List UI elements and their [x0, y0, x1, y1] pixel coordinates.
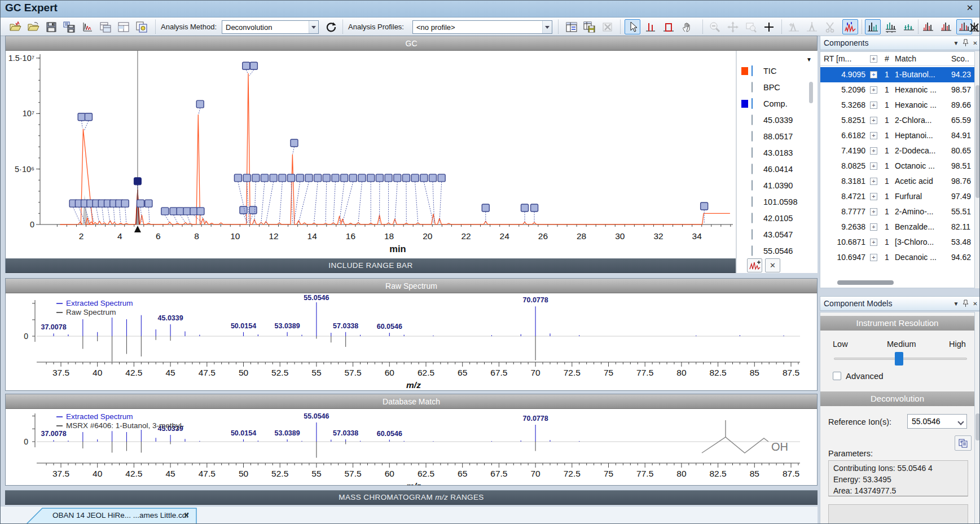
- component-marker[interactable]: [161, 208, 169, 215]
- expand-icon[interactable]: +: [870, 132, 877, 139]
- component-marker[interactable]: [701, 202, 708, 210]
- component-marker[interactable]: [349, 174, 357, 182]
- col-score[interactable]: Sco..: [951, 54, 969, 63]
- col-expand-icon[interactable]: +: [870, 55, 877, 63]
- mirror-spectrum-button[interactable]: [920, 19, 936, 34]
- component-marker[interactable]: [376, 174, 383, 182]
- component-marker[interactable]: [252, 174, 260, 182]
- legend-item-43-0547[interactable]: 43.0547: [737, 229, 809, 240]
- component-row-10.6947[interactable]: 10.6947+1Decanoic ...94.62: [820, 250, 974, 265]
- component-marker[interactable]: [250, 62, 257, 69]
- component-marker[interactable]: [196, 100, 204, 108]
- component-marker[interactable]: [420, 174, 428, 182]
- component-marker[interactable]: [402, 174, 410, 182]
- component-marker[interactable]: [243, 62, 250, 69]
- legend-scrollbar[interactable]: [809, 82, 813, 103]
- advanced-checkbox[interactable]: [833, 372, 841, 380]
- split-windows-button[interactable]: [116, 19, 131, 34]
- crosshair-button[interactable]: [761, 19, 777, 34]
- resolution-slider-thumb[interactable]: [895, 352, 903, 366]
- save-all-button[interactable]: [61, 19, 77, 34]
- component-row-4.9095[interactable]: 4.9095+11-Butanol...94.23: [820, 67, 974, 82]
- legend-item-Comp-[interactable]: Comp.: [737, 98, 809, 109]
- component-marker[interactable]: [249, 206, 257, 214]
- legend-item-41-0390[interactable]: 41.0390: [737, 180, 809, 191]
- col-num[interactable]: #: [885, 54, 889, 63]
- analysis-profiles-combobox[interactable]: <no profile>: [412, 20, 552, 34]
- component-marker[interactable]: [121, 200, 129, 207]
- component-marker[interactable]: [341, 174, 348, 182]
- col-rt[interactable]: RT [m...: [824, 54, 851, 63]
- expand-icon[interactable]: +: [870, 239, 877, 246]
- clear-spectra-button[interactable]: [966, 19, 980, 34]
- component-marker[interactable]: [332, 174, 339, 182]
- component-marker[interactable]: [358, 174, 366, 182]
- legend-checkbox[interactable]: [752, 164, 753, 174]
- gc-panel-header[interactable]: GC: [6, 36, 817, 51]
- reference-ions-combobox[interactable]: 55.0546: [907, 414, 967, 429]
- legend-checkbox[interactable]: [752, 82, 753, 93]
- gc-chromatogram-plot[interactable]: 05·10⁶10⁷1.5·10⁷246810121416182022242628…: [6, 51, 736, 258]
- chevron-down-icon[interactable]: [955, 417, 966, 426]
- include-range-bar[interactable]: INCLUDE RANGE BAR: [6, 258, 736, 273]
- col-match[interactable]: Match: [895, 54, 916, 63]
- pin-icon[interactable]: [961, 39, 970, 47]
- component-marker[interactable]: [243, 174, 251, 182]
- component-row-8.0825[interactable]: 8.0825+1Octanoic ...98.51: [820, 158, 974, 174]
- legend-item-BPC[interactable]: BPC: [737, 82, 809, 93]
- legend-checkbox[interactable]: [752, 147, 753, 158]
- components-hscrollbar[interactable]: [837, 280, 894, 285]
- legend-checkbox[interactable]: [752, 196, 753, 207]
- expand-icon[interactable]: +: [870, 193, 877, 200]
- legend-item-TIC[interactable]: TIC: [737, 65, 809, 77]
- component-marker[interactable]: [429, 174, 437, 182]
- component-row-7.4190[interactable]: 7.4190+12-Dodeca...80.65: [820, 143, 974, 158]
- component-marker[interactable]: [314, 174, 322, 182]
- expand-icon[interactable]: +: [870, 223, 877, 231]
- component-row-5.8251[interactable]: 5.8251+12-Chlora...65.59: [820, 113, 974, 128]
- expand-icon[interactable]: +: [870, 147, 877, 155]
- expand-icon[interactable]: +: [870, 117, 877, 124]
- peak-drop-button[interactable]: [804, 19, 820, 34]
- expand-icon[interactable]: +: [870, 102, 877, 109]
- expand-icon[interactable]: +: [870, 178, 877, 185]
- selected-component-marker[interactable]: [134, 178, 141, 185]
- table-view-button[interactable]: [564, 19, 579, 34]
- component-marker[interactable]: [270, 174, 277, 182]
- legend-item-46-0414[interactable]: 46.0414: [737, 164, 809, 175]
- component-row-8.7777[interactable]: 8.7777+12-Amino-...55.51: [820, 204, 974, 219]
- component-marker[interactable]: [234, 174, 241, 182]
- component-row-9.2638[interactable]: 9.2638+1Benzalde...82.11: [820, 219, 974, 235]
- spectrum-ticks-button[interactable]: [901, 19, 917, 34]
- models-vscroll-thumb[interactable]: [975, 413, 980, 441]
- component-row-8.4721[interactable]: 8.4721+1Furfural97.49: [820, 189, 974, 204]
- tab-document[interactable]: OBAN 14 JEOL HiRe... ...ames Little.cdf …: [25, 508, 197, 524]
- remove-mass-chromatogram-button[interactable]: ✕: [765, 258, 780, 272]
- zoom-out-button[interactable]: [707, 19, 723, 34]
- component-row-5.3268[interactable]: 5.3268+1Hexanoic ...89.66: [820, 98, 974, 113]
- chevron-down-icon[interactable]: [309, 21, 318, 33]
- component-marker[interactable]: [482, 204, 489, 212]
- legend-collapse-icon[interactable]: ▼: [806, 56, 812, 63]
- component-row-6.6182[interactable]: 6.6182+1Heptanoi...84.91: [820, 128, 974, 143]
- table-clear-button[interactable]: [600, 19, 616, 34]
- open-file-button[interactable]: [25, 19, 41, 34]
- component-marker[interactable]: [521, 204, 529, 212]
- chevron-down-icon[interactable]: [542, 21, 552, 33]
- component-marker[interactable]: [296, 174, 304, 182]
- analysis-method-combobox[interactable]: Deconvolution: [222, 20, 319, 34]
- legend-item-101-0598[interactable]: 101.0598: [737, 196, 809, 208]
- component-models-header[interactable]: Component Models ▼ ✕: [820, 296, 980, 311]
- component-marker[interactable]: [177, 208, 184, 215]
- component-marker[interactable]: [531, 204, 538, 212]
- component-marker[interactable]: [385, 174, 392, 182]
- legend-item-43-0183[interactable]: 43.0183: [737, 147, 809, 158]
- raw-spectrum-plot[interactable]: 037.54042.54547.55052.55557.56062.56567.…: [6, 293, 817, 390]
- legend-item-55-0546[interactable]: 55.0546: [737, 245, 809, 257]
- component-marker[interactable]: [394, 174, 401, 182]
- component-marker[interactable]: [240, 206, 247, 214]
- save-button[interactable]: [43, 19, 59, 34]
- component-marker[interactable]: [197, 208, 204, 215]
- component-marker[interactable]: [85, 113, 92, 121]
- expand-icon[interactable]: +: [870, 162, 877, 170]
